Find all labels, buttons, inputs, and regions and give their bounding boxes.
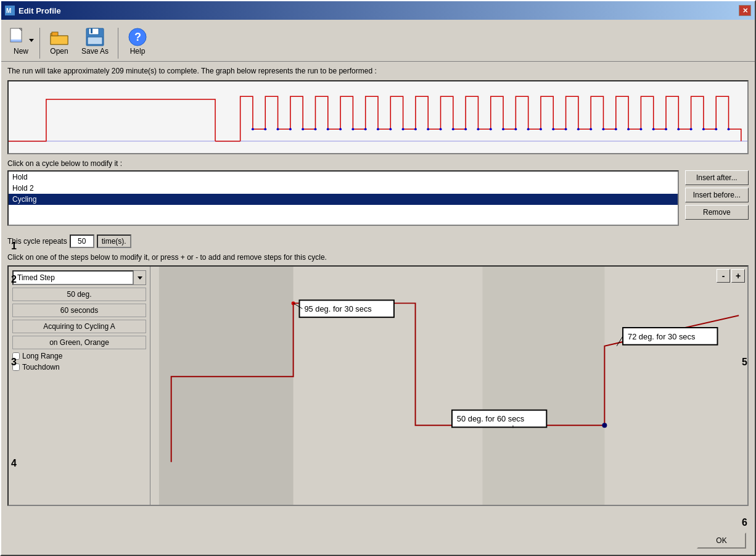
repeat-input[interactable] — [70, 234, 94, 248]
svg-point-43 — [590, 128, 592, 130]
svg-point-41 — [565, 128, 567, 130]
svg-point-30 — [427, 128, 429, 130]
svg-point-49 — [665, 128, 667, 130]
new-button[interactable]: New — [6, 24, 36, 59]
bottom-row: OK — [697, 533, 746, 549]
svg-point-22 — [327, 128, 329, 130]
step-section: Timed Step 50 deg. 60 seconds Acquiring … — [7, 265, 749, 506]
remove-button[interactable]: Remove — [685, 205, 749, 220]
long-range-row: Long Range — [12, 352, 146, 360]
svg-point-53 — [715, 128, 717, 130]
save-as-button[interactable]: Save As — [76, 24, 114, 59]
svg-point-19 — [289, 128, 292, 130]
svg-point-26 — [377, 128, 379, 130]
svg-rect-6 — [51, 36, 68, 44]
open-icon — [49, 27, 69, 47]
svg-text:72 deg. for 30 secs: 72 deg. for 30 secs — [628, 332, 695, 341]
save-as-icon — [85, 27, 105, 47]
close-button[interactable]: ✕ — [739, 5, 751, 16]
svg-point-45 — [615, 128, 617, 130]
step-left-panel: Timed Step 50 deg. 60 seconds Acquiring … — [9, 267, 150, 505]
svg-text:95 deg. for 30 secs: 95 deg. for 30 secs — [304, 304, 371, 313]
step-seconds-field[interactable]: 60 seconds — [12, 304, 146, 317]
title-bar-left: M Edit Profile — [5, 6, 61, 15]
svg-rect-11 — [88, 37, 102, 44]
cycle-buttons: Insert after... Insert before... Remove — [685, 170, 749, 220]
svg-rect-9 — [89, 28, 99, 35]
long-range-label: Long Range — [22, 352, 62, 360]
cycle-list[interactable]: Hold Hold 2 Cycling — [7, 170, 679, 226]
main-graph — [7, 80, 749, 154]
svg-point-46 — [627, 128, 630, 130]
step-type-select: Timed Step — [12, 270, 146, 285]
open-button[interactable]: Open — [44, 24, 75, 59]
number-3: 3 — [11, 357, 17, 368]
svg-point-35 — [490, 128, 492, 130]
svg-point-48 — [652, 128, 655, 130]
svg-point-34 — [477, 128, 479, 130]
touchdown-row: Touchdown — [12, 363, 146, 371]
cycle-item-hold[interactable]: Hold — [9, 172, 678, 183]
svg-rect-56 — [159, 267, 294, 505]
svg-point-24 — [351, 128, 354, 130]
number-2: 2 — [11, 274, 17, 285]
svg-rect-10 — [91, 28, 92, 33]
main-graph-svg — [9, 81, 747, 153]
svg-point-52 — [702, 128, 705, 130]
svg-point-59 — [292, 301, 295, 305]
svg-rect-4 — [10, 39, 22, 42]
new-label: New — [14, 47, 28, 56]
svg-point-39 — [540, 128, 542, 130]
svg-rect-7 — [52, 32, 58, 36]
number-1: 1 — [11, 241, 17, 252]
number-5: 5 — [742, 357, 747, 368]
svg-point-23 — [339, 128, 342, 130]
steps-instruction: Click on one of the steps below to modif… — [1, 252, 755, 265]
info-text: The run will take approximately 209 minu… — [1, 62, 755, 80]
insert-after-button[interactable]: Insert after... — [685, 170, 749, 185]
cycle-section: Click on a cycle below to modify it : Ho… — [1, 154, 755, 231]
svg-point-51 — [690, 128, 692, 130]
cycle-item-hold2[interactable]: Hold 2 — [9, 183, 678, 194]
number-6: 6 — [742, 517, 747, 528]
step-deg-field[interactable]: 50 deg. — [12, 288, 146, 301]
insert-before-button[interactable]: Insert before... — [685, 188, 749, 202]
cycle-list-area: Hold Hold 2 Cycling Insert after... Inse… — [7, 170, 749, 226]
toolbar: New Open Save As ? — [1, 20, 755, 62]
window-title: Edit Profile — [18, 6, 61, 15]
ok-button[interactable]: OK — [697, 533, 746, 549]
svg-point-33 — [464, 128, 467, 130]
svg-point-36 — [502, 128, 504, 130]
svg-point-20 — [302, 128, 304, 130]
svg-point-40 — [552, 128, 554, 130]
svg-point-54 — [728, 128, 730, 130]
minus-button[interactable]: - — [717, 269, 730, 283]
svg-point-37 — [514, 128, 517, 130]
svg-point-16 — [252, 128, 254, 130]
svg-point-44 — [602, 128, 604, 130]
svg-point-17 — [264, 128, 266, 130]
help-button[interactable]: ? Help — [122, 24, 153, 59]
cycle-section-label: Click on a cycle below to modify it : — [7, 159, 749, 168]
toolbar-sep2 — [118, 28, 118, 59]
plus-minus-buttons: - + — [717, 269, 745, 283]
step-acquiring-field[interactable]: Acquiring to Cycling A — [12, 320, 146, 333]
plus-button[interactable]: + — [731, 269, 745, 283]
svg-point-27 — [389, 128, 392, 130]
cycle-item-cycling[interactable]: Cycling — [9, 194, 678, 205]
svg-point-21 — [314, 128, 316, 130]
new-icon — [8, 27, 28, 47]
svg-point-42 — [577, 128, 580, 130]
new-dropdown-arrow[interactable] — [29, 39, 34, 42]
svg-point-50 — [677, 128, 680, 130]
svg-text:50 deg. for 60 secs: 50 deg. for 60 secs — [457, 414, 524, 423]
window-icon: M — [5, 6, 15, 15]
main-window: M Edit Profile ✕ New — [0, 0, 756, 556]
svg-point-32 — [452, 128, 454, 130]
step-channels-field[interactable]: on Green, Orange — [12, 336, 146, 349]
step-graph: - + 95 deg. for 30 secs — [150, 267, 747, 505]
step-dropdown-button[interactable] — [134, 270, 146, 285]
svg-rect-57 — [482, 267, 604, 505]
toolbar-sep1 — [39, 28, 40, 59]
title-bar: M Edit Profile ✕ — [1, 1, 755, 20]
